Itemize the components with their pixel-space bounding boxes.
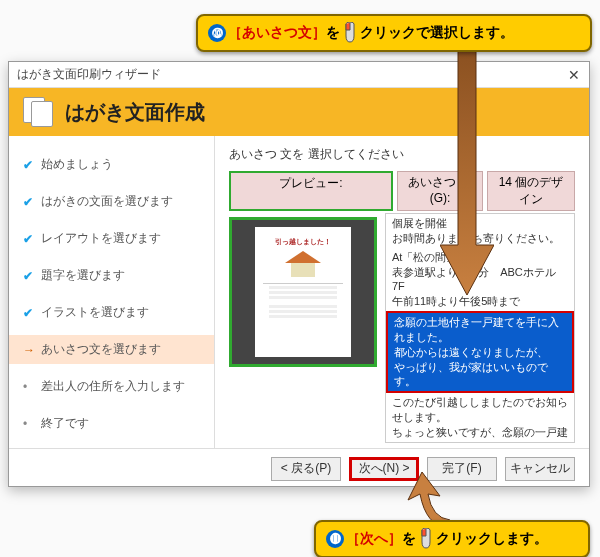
postcard-icon (23, 97, 57, 127)
callout-red-text: ［あいさつ文］ (228, 24, 326, 42)
check-icon: ✔ (23, 232, 41, 246)
back-button[interactable]: < 戻る(P) (271, 457, 341, 481)
house-icon (285, 251, 321, 277)
step-number-10: ⓾ (208, 24, 226, 42)
column-headers: プレビュー: あいさつ 文(G): 14 個のデザイン (229, 171, 575, 211)
callout-bottom: ⓫ ［次へ］ を クリック します。 (314, 520, 590, 557)
down-arrow-annotation (440, 45, 494, 295)
step-label: 始めましょう (41, 156, 113, 173)
header-design: 14 個のデザイン (487, 171, 575, 211)
bullet-icon: • (23, 417, 41, 431)
check-icon: ✔ (23, 195, 41, 209)
callout-red-text: ［次へ］ (346, 530, 402, 548)
step-greeting[interactable]: →あいさつ文を選びます (9, 335, 214, 364)
check-icon: ✔ (23, 158, 41, 172)
step-label: はがきの文面を選びます (41, 193, 173, 210)
button-row: < 戻る(P) 次へ(N) > 完了(F) キャンセル (9, 448, 589, 488)
step-headline[interactable]: ✔題字を選びます (9, 261, 214, 290)
wizard-dialog: はがき文面印刷ウィザード ✕ はがき文面作成 ✔始めましょう ✔はがきの文面を選… (8, 61, 590, 487)
preview-headline: 引っ越しました！ (263, 237, 343, 247)
step-label: レイアウトを選びます (41, 230, 161, 247)
up-arrow-annotation (406, 470, 466, 520)
step-illustration[interactable]: ✔イラストを選びます (9, 298, 214, 327)
callout-tail: で選択します。 (416, 24, 514, 42)
mouse-icon (342, 22, 358, 44)
step-label: 題字を選びます (41, 267, 125, 284)
callout-action: クリック (436, 530, 492, 548)
step-finish[interactable]: •終了です (9, 409, 214, 438)
mouse-icon (418, 528, 434, 550)
titlebar: はがき文面印刷ウィザード ✕ (9, 62, 589, 88)
check-icon: ✔ (23, 306, 41, 320)
preview-column: 引っ越しました！ (229, 213, 381, 443)
callout-top: ⓾ ［あいさつ文］ を クリック で選択します。 (196, 14, 592, 52)
right-pane: あいさつ 文を 選択してください プレビュー: あいさつ 文(G): 14 個の… (215, 136, 589, 448)
callout-action: クリック (360, 24, 416, 42)
callout-text: を (326, 24, 340, 42)
step-number-11: ⓫ (326, 530, 344, 548)
body-area: ✔始めましょう ✔はがきの文面を選びます ✔レイアウトを選びます ✔題字を選びま… (9, 136, 589, 448)
pane-instruction: あいさつ 文を 選択してください (229, 146, 575, 163)
step-start[interactable]: ✔始めましょう (9, 150, 214, 179)
preview-thumbnail[interactable]: 引っ越しました！ (229, 217, 377, 367)
close-button[interactable]: ✕ (567, 68, 581, 82)
greeting-option-selected[interactable]: 念願の土地付き一戸建てを手に入れました。 都心からは遠くなりましたが、 やっぱり… (386, 311, 574, 393)
postcard-preview: 引っ越しました！ (255, 227, 351, 357)
greeting-option[interactable]: このたび引越ししましたのでお知らせします。 ちょっと狭いですが、念願の一戸建てで… (386, 393, 574, 443)
step-label: イラストを選びます (41, 304, 149, 321)
callout-tail: します。 (492, 530, 548, 548)
callout-text: を (402, 530, 416, 548)
check-icon: ✔ (23, 269, 41, 283)
step-label: 終了です (41, 415, 89, 432)
banner-title: はがき文面作成 (65, 99, 205, 126)
bullet-icon: • (23, 380, 41, 394)
step-face[interactable]: ✔はがきの文面を選びます (9, 187, 214, 216)
cancel-button[interactable]: キャンセル (505, 457, 575, 481)
step-layout[interactable]: ✔レイアウトを選びます (9, 224, 214, 253)
arrow-right-icon: → (23, 343, 41, 357)
step-list: ✔始めましょう ✔はがきの文面を選びます ✔レイアウトを選びます ✔題字を選びま… (9, 136, 215, 448)
banner: はがき文面作成 (9, 88, 589, 136)
step-label: 差出人の住所を入力します (41, 378, 185, 395)
header-preview: プレビュー: (229, 171, 393, 211)
step-label: あいさつ文を選びます (41, 341, 161, 358)
dialog-title: はがき文面印刷ウィザード (17, 66, 161, 83)
step-sender[interactable]: •差出人の住所を入力します (9, 372, 214, 401)
